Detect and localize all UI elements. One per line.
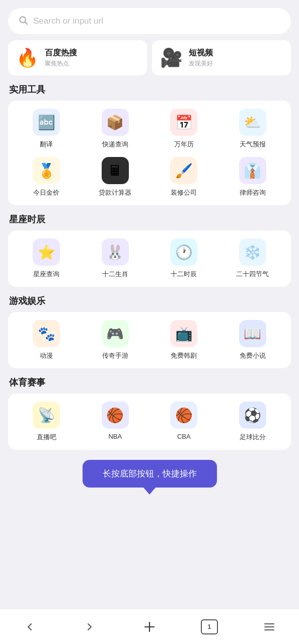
icon-item-solar-terms[interactable]: ❄️二十四节气 — [218, 238, 287, 279]
icon-item-express[interactable]: 📦快递查询 — [81, 109, 150, 149]
icon-img-law: 👔 — [239, 157, 266, 184]
section-tools: 实用工具🔤翻译📦快递查询📅万年历⛅天气预报🏅今日金价🖩贷款计算器🖌️装修公司👔律… — [8, 84, 291, 205]
icon-item-weather[interactable]: ⛅天气预报 — [218, 109, 287, 149]
icon-item-loan[interactable]: 🖩贷款计算器 — [81, 157, 150, 197]
icon-label-solar-terms: 二十四节气 — [236, 270, 269, 279]
icon-item-renovation[interactable]: 🖌️装修公司 — [150, 157, 218, 197]
section-title-zodiac: 星座时辰 — [8, 213, 291, 225]
icon-label-anime: 动漫 — [40, 351, 53, 360]
short-video-card[interactable]: 🎥 短视频 发现美好 — [152, 40, 291, 75]
tab-count-button[interactable]: 1 — [197, 615, 221, 639]
icon-item-translate[interactable]: 🔤翻译 — [12, 109, 81, 149]
back-button[interactable] — [18, 615, 42, 639]
icon-img-anime: 🐾 — [33, 320, 60, 347]
bottom-nav: 1 — [0, 609, 299, 644]
icon-img-translate: 🔤 — [33, 109, 60, 136]
baidu-hot-card[interactable]: 🔥 百度热搜 聚焦热点 — [8, 40, 147, 75]
search-placeholder: Search or input url — [33, 16, 103, 26]
icon-item-novel[interactable]: 📖免费小说 — [218, 320, 287, 360]
icon-label-renovation: 装修公司 — [171, 188, 197, 197]
icon-img-express: 📦 — [102, 109, 129, 136]
icon-label-constellation: 星座查询 — [33, 270, 59, 279]
forward-button[interactable] — [78, 615, 102, 639]
section-entertainment: 游戏娱乐🐾动漫🎮传奇手游📺免费韩剧📖免费小说 — [8, 295, 291, 368]
icon-img-novel: 📖 — [239, 320, 266, 347]
short-video-title: 短视频 — [189, 48, 213, 58]
icon-img-renovation: 🖌️ — [170, 157, 197, 184]
icon-img-kdrama: 📺 — [170, 320, 197, 347]
icon-label-live-sports: 直播吧 — [37, 433, 56, 442]
short-video-icon: 🎥 — [160, 47, 183, 68]
icon-item-calendar[interactable]: 📅万年历 — [150, 109, 218, 149]
icon-img-legend-game: 🎮 — [102, 320, 129, 347]
search-icon — [18, 15, 28, 27]
icon-item-gold[interactable]: 🏅今日金价 — [12, 157, 81, 197]
icon-label-cba: CBA — [177, 433, 191, 440]
icon-label-weather: 天气预报 — [240, 140, 266, 149]
icon-label-law: 律师咨询 — [240, 188, 266, 197]
section-title-entertainment: 游戏娱乐 — [8, 295, 291, 307]
baidu-hot-icon: 🔥 — [16, 47, 39, 68]
icon-item-zodiac-animal[interactable]: 🐰十二生肖 — [81, 238, 150, 279]
menu-button[interactable] — [257, 615, 281, 639]
baidu-hot-title: 百度热搜 — [45, 48, 77, 58]
icon-label-express: 快递查询 — [102, 140, 128, 149]
icon-img-live-sports: 📡 — [33, 401, 60, 429]
top-cards: 🔥 百度热搜 聚焦热点 🎥 短视频 发现美好 — [8, 40, 291, 75]
icon-label-translate: 翻译 — [40, 140, 53, 149]
icon-label-gold: 今日金价 — [33, 188, 59, 197]
icon-img-constellation: ⭐ — [33, 238, 60, 266]
icon-img-cba: 🏀 — [170, 401, 197, 429]
icon-label-legend-game: 传奇手游 — [102, 351, 128, 360]
icon-item-football-score[interactable]: ⚽足球比分 — [218, 401, 287, 442]
icon-label-twelve-hours: 十二时辰 — [171, 270, 197, 279]
short-video-subtitle: 发现美好 — [189, 59, 213, 68]
icon-img-twelve-hours: 🕐 — [170, 238, 197, 266]
icon-item-twelve-hours[interactable]: 🕐十二时辰 — [150, 238, 218, 279]
tooltip-wrap: 长按底部按钮，快捷操作 — [0, 460, 299, 488]
icon-item-kdrama[interactable]: 📺免费韩剧 — [150, 320, 218, 360]
tooltip-bubble: 长按底部按钮，快捷操作 — [83, 460, 217, 488]
icon-item-anime[interactable]: 🐾动漫 — [12, 320, 81, 360]
section-sports: 体育赛事📡直播吧🏀NBA🏀CBA⚽足球比分 — [8, 376, 291, 450]
icon-item-legend-game[interactable]: 🎮传奇手游 — [81, 320, 150, 360]
icon-label-zodiac-animal: 十二生肖 — [102, 270, 128, 279]
baidu-hot-subtitle: 聚焦热点 — [45, 59, 77, 68]
icon-img-calendar: 📅 — [170, 109, 197, 136]
icon-img-loan: 🖩 — [102, 157, 129, 184]
icon-img-nba: 🏀 — [102, 401, 129, 429]
section-title-sports: 体育赛事 — [8, 376, 291, 388]
icon-label-kdrama: 免费韩剧 — [171, 351, 197, 360]
icon-item-law[interactable]: 👔律师咨询 — [218, 157, 287, 197]
svg-line-1 — [25, 22, 28, 25]
icon-item-cba[interactable]: 🏀CBA — [150, 401, 218, 442]
icon-label-loan: 贷款计算器 — [99, 188, 131, 197]
add-tab-button[interactable] — [137, 615, 162, 639]
icon-img-gold: 🏅 — [33, 157, 60, 184]
tab-count: 1 — [201, 619, 218, 634]
icon-item-live-sports[interactable]: 📡直播吧 — [12, 401, 81, 442]
icon-label-calendar: 万年历 — [174, 140, 194, 149]
section-title-tools: 实用工具 — [8, 84, 291, 96]
search-bar[interactable]: Search or input url — [8, 8, 291, 34]
icon-img-zodiac-animal: 🐰 — [102, 238, 129, 266]
section-zodiac: 星座时辰⭐星座查询🐰十二生肖🕐十二时辰❄️二十四节气 — [8, 213, 291, 287]
icon-label-novel: 免费小说 — [240, 351, 266, 360]
icon-img-weather: ⛅ — [239, 109, 266, 136]
icon-img-solar-terms: ❄️ — [239, 238, 266, 266]
icon-item-nba[interactable]: 🏀NBA — [81, 401, 150, 442]
icon-img-football-score: ⚽ — [239, 401, 266, 429]
icon-item-constellation[interactable]: ⭐星座查询 — [12, 238, 81, 279]
icon-label-football-score: 足球比分 — [240, 433, 266, 442]
icon-label-nba: NBA — [108, 433, 122, 440]
